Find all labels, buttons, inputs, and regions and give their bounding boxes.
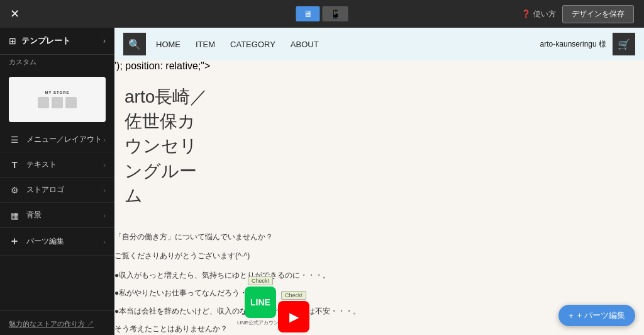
menu-layout-icon: ☰ [9,135,20,145]
sidebar-item-parts-edit[interactable]: + パーツ編集 › [0,228,114,256]
store-logo-chevron: › [103,186,106,194]
site-main-content: 「自分の働き方」について悩んでいませんか？ ご覧くださりありがとうございます(^… [114,220,608,335]
check-items-area: Check! LINE LINE公式アカウント [237,274,284,329]
sidebar-item-menu-layout-left: ☰ メニュー／レイアウト [9,134,102,145]
site-bullet-3: ●本当は会社を辞めたいけど、収入のない状態で辞めるのは不安・・・。 [114,305,597,317]
preview-store-text: MY STORE [45,91,69,94]
nav-search-button[interactable]: 🔍 [123,33,146,55]
main-layout: ⊞ テンプレート › カスタム MY STORE ☰ メニュー／レイアウト › [0,28,644,335]
preview-items [38,97,77,108]
sidebar-item-store-logo[interactable]: ⚙ ストアロゴ › [0,178,114,203]
top-bar-left: ✕ [10,7,19,21]
device-toggle-group: 🖥 📱 [296,6,348,21]
sidebar-header-chevron: › [103,37,106,45]
site-title: arto長崎／佐世保カウンセリングルーム [125,84,208,208]
website-frame: 🔍 HOME ITEM CATEGORY ABOUT arto-kaunseri… [114,28,644,335]
search-icon: 🔍 [128,38,141,50]
check-item-youtube-area: Check! ▶ [278,288,309,335]
background-icon: ▦ [9,210,20,220]
youtube-icon: ▶ [278,301,309,332]
line-icon: LINE [245,287,276,318]
parts-edit-chevron: › [103,238,106,246]
add-parts-icon: + [569,311,574,321]
site-greeting: ご覧くださりありがとうございます(^-^) [114,249,597,262]
parts-edit-icon: + [9,235,20,248]
menu-layout-chevron: › [103,136,106,144]
line-text: LINE [250,297,270,307]
sidebar-template-header[interactable]: ⊞ テンプレート › [0,28,114,55]
store-guide-link[interactable]: 魅力的なストアの作り方 ↗ [9,319,94,329]
site-intro-question: 「自分の働き方」について悩んでいませんか？ [114,230,597,243]
background-chevron: › [103,212,106,219]
template-preview: MY STORE [9,77,106,122]
nav-item[interactable]: ITEM [196,40,215,49]
add-parts-label: + パーツ編集 [577,310,625,321]
site-nav: 🔍 HOME ITEM CATEGORY ABOUT arto-kaunseri… [114,28,644,60]
monitor-icon: 🖥 [304,9,313,19]
preview-item-3 [65,97,77,108]
nav-cart-button[interactable]: 🛒 [613,33,635,55]
nav-home[interactable]: HOME [156,40,180,49]
site-body: '); position: relative;"> arto長崎／佐世保カウンセ… [114,60,644,335]
youtube-play-icon: ▶ [289,309,299,324]
line-check-badge: Check! [248,276,273,285]
youtube-check-badge: Check! [281,291,306,300]
template-preview-inner: MY STORE [9,77,106,122]
preview-item-2 [52,97,63,108]
sidebar-item-menu-layout[interactable]: ☰ メニュー／レイアウト › [0,127,114,152]
sidebar-item-store-logo-left: ⚙ ストアロゴ [9,185,64,195]
close-button[interactable]: ✕ [10,7,19,21]
question-icon: ❓ [521,9,531,18]
cart-icon: 🛒 [618,38,630,50]
nav-links: HOME ITEM CATEGORY ABOUT [156,40,540,49]
sidebar-item-text[interactable]: T テキスト › [0,152,114,178]
store-logo-icon: ⚙ [9,185,20,195]
sidebar-bottom: 魅力的なストアの作り方 ↗ [0,310,114,335]
site-bullet-2: ●私がやりたいお仕事ってなんだろう・・・。 [114,287,597,299]
sidebar-menu-layout-label: メニュー／レイアウト [26,134,102,145]
sidebar: ⊞ テンプレート › カスタム MY STORE ☰ メニュー／レイアウト › [0,28,114,335]
nav-category[interactable]: CATEGORY [230,40,275,49]
sidebar-template-label: テンプレート [21,35,70,47]
text-icon: T [9,159,20,170]
sidebar-background-label: 背景 [26,210,42,220]
nav-about[interactable]: ABOUT [291,40,319,49]
mobile-device-button[interactable]: 📱 [323,6,348,21]
template-icon: ⊞ [9,36,16,46]
site-paragraph-1: そう考えたことはありませんか？ 会社員という働き方に窮屈さを感じていた私は、あら… [114,322,597,335]
site-left-panel: arto長崎／佐世保カウンセリングルーム [114,72,240,220]
sidebar-item-background[interactable]: ▦ 背景 › [0,203,114,228]
help-button[interactable]: ❓ 使い方 [521,9,556,20]
desktop-device-button[interactable]: 🖥 [296,6,320,21]
nav-right: arto-kaunseringu 様 🛒 [540,33,635,55]
top-bar: ✕ 🖥 📱 ❓ 使い方 デザインを保存 [0,0,644,28]
sidebar-custom-label: カスタム [0,55,114,72]
preview-item-1 [38,97,49,108]
sidebar-text-label: テキスト [26,159,57,170]
sidebar-item-text-left: T テキスト [9,159,57,170]
tablet-icon: 📱 [330,9,341,19]
text-chevron: › [103,161,106,169]
help-label: 使い方 [533,9,556,20]
sidebar-store-logo-label: ストアロゴ [26,185,64,195]
check-item-youtube: Check! ▶ [278,288,309,332]
sidebar-header-left: ⊞ テンプレート [9,35,70,47]
save-design-button[interactable]: デザインを保存 [562,5,634,23]
top-bar-right: ❓ 使い方 デザインを保存 [521,5,634,23]
nav-user-label: arto-kaunseringu 様 [540,39,606,50]
content-area: 🔍 HOME ITEM CATEGORY ABOUT arto-kaunseri… [114,28,644,335]
sidebar-parts-edit-label: パーツ編集 [26,236,64,247]
site-bullet-1: ●収入がもっと増えたら、気持ちにゆとりができるのに・・・。 [114,269,597,281]
sidebar-item-background-left: ▦ 背景 [9,210,42,220]
check-item-line: Check! LINE LINE公式アカウント [237,274,284,326]
add-parts-button[interactable]: + + パーツ編集 [558,305,635,326]
sidebar-item-parts-edit-left: + パーツ編集 [9,235,64,248]
line-label: LINE公式アカウント [237,319,284,326]
